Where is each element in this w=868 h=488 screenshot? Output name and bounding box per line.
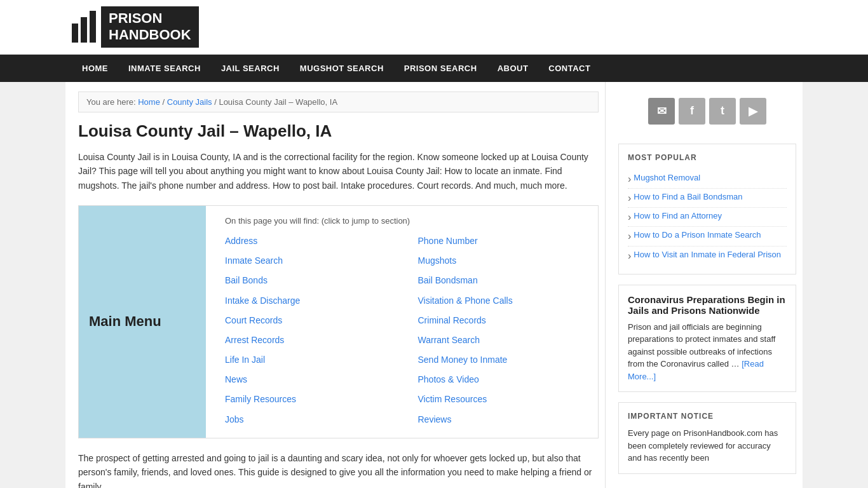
news-title: Coronavirus Preparations Begin in Jails … xyxy=(628,294,787,316)
nav-jail-search[interactable]: JAIL SEARCH xyxy=(211,55,290,82)
menu-link-jobs[interactable]: Jobs xyxy=(225,412,399,428)
popular-attorney[interactable]: How to Find an Attorney xyxy=(634,211,722,223)
important-notice-text: Every page on PrisonHandbook.com has bee… xyxy=(628,427,787,464)
menu-link-visitation[interactable]: Visitation & Phone Calls xyxy=(418,293,592,309)
popular-visit-federal-prison[interactable]: How to Visit an Inmate in Federal Prison xyxy=(634,250,781,262)
menu-link-court-records[interactable]: Court Records xyxy=(225,313,399,329)
most-popular-heading: MOST POPULAR xyxy=(628,153,787,162)
menu-link-address[interactable]: Address xyxy=(225,233,399,249)
intro-text: Louisa County Jail is in Louisa County, … xyxy=(78,150,599,193)
youtube-social-button[interactable]: ▶ xyxy=(740,98,766,125)
main-nav: HOME INMATE SEARCH JAIL SEARCH MUGSHOT S… xyxy=(0,55,868,82)
important-notice-heading: IMPORTANT NOTICE xyxy=(628,412,787,421)
menu-links: On this page you will find: (click to ju… xyxy=(219,206,598,438)
menu-title-box: Main Menu xyxy=(79,206,206,438)
menu-grid: Address Phone Number Inmate Search Mugsh… xyxy=(225,233,592,428)
menu-link-phone[interactable]: Phone Number xyxy=(418,233,592,249)
email-social-button[interactable]: ✉ xyxy=(648,98,675,125)
popular-mugshot-removal[interactable]: Mugshot Removal xyxy=(634,173,700,185)
most-popular-list: Mugshot Removal How to Find a Bail Bonds… xyxy=(628,170,787,265)
nav-inmate-search[interactable]: INMATE SEARCH xyxy=(118,55,211,82)
jump-text: On this page you will find: (click to ju… xyxy=(225,216,592,226)
menu-link-bail-bondsman[interactable]: Bail Bondsman xyxy=(418,273,592,288)
facebook-social-button[interactable]: f xyxy=(679,98,705,125)
menu-link-news[interactable]: News xyxy=(225,372,399,388)
site-logo[interactable]: PRISON HANDBOOK xyxy=(72,6,199,48)
menu-link-arrest-records[interactable]: Arrest Records xyxy=(225,332,399,348)
logo-text: PRISON HANDBOOK xyxy=(101,6,199,48)
breadcrumb: You are here: Home / County Jails / Loui… xyxy=(78,92,599,112)
list-item: How to Find a Bail Bondsman xyxy=(628,189,787,208)
breadcrumb-county-jails[interactable]: County Jails xyxy=(167,97,212,107)
nav-prison-search[interactable]: PRISON SEARCH xyxy=(394,55,487,82)
menu-link-family-resources[interactable]: Family Resources xyxy=(225,391,399,407)
nav-contact[interactable]: CONTACT xyxy=(538,55,600,82)
menu-title: Main Menu xyxy=(89,313,161,330)
menu-link-inmate-search[interactable]: Inmate Search xyxy=(225,253,399,269)
breadcrumb-home[interactable]: Home xyxy=(138,97,160,107)
menu-link-victim-resources[interactable]: Victim Resources xyxy=(418,391,592,407)
nav-home[interactable]: HOME xyxy=(72,55,118,82)
menu-link-bail-bonds[interactable]: Bail Bonds xyxy=(225,273,399,288)
list-item: How to Find an Attorney xyxy=(628,208,787,227)
logo-icon xyxy=(72,11,96,43)
main-menu-section: Main Menu On this page you will find: (c… xyxy=(78,205,599,438)
menu-link-reviews[interactable]: Reviews xyxy=(418,412,592,428)
popular-prison-inmate-search[interactable]: How to Do a Prison Inmate Search xyxy=(634,230,761,242)
menu-link-mugshots[interactable]: Mugshots xyxy=(418,253,592,269)
nav-mugshot-search[interactable]: MUGSHOT SEARCH xyxy=(290,55,394,82)
most-popular-section: MOST POPULAR Mugshot Removal How to Find… xyxy=(618,144,796,274)
news-text: Prison and jail officials are beginning … xyxy=(628,321,787,383)
breadcrumb-current: Louisa County Jail – Wapello, IA xyxy=(219,97,337,107)
important-notice-section: IMPORTANT NOTICE Every page on PrisonHan… xyxy=(618,402,796,474)
nav-about[interactable]: ABOUT xyxy=(487,55,539,82)
list-item: How to Do a Prison Inmate Search xyxy=(628,227,787,246)
footer-intro-text: The prospect of getting arrested and goi… xyxy=(78,451,599,488)
list-item: Mugshot Removal xyxy=(628,170,787,189)
menu-link-intake[interactable]: Intake & Discharge xyxy=(225,293,399,309)
menu-link-send-money[interactable]: Send Money to Inmate xyxy=(418,352,592,368)
news-box: Coronavirus Preparations Begin in Jails … xyxy=(618,285,796,393)
social-icons: ✉ f t ▶ xyxy=(618,92,796,131)
page-title: Louisa County Jail – Wapello, IA xyxy=(78,121,599,141)
list-item: How to Visit an Inmate in Federal Prison xyxy=(628,247,787,265)
menu-link-criminal-records[interactable]: Criminal Records xyxy=(418,313,592,329)
menu-link-life-in-jail[interactable]: Life In Jail xyxy=(225,352,399,368)
twitter-social-button[interactable]: t xyxy=(709,98,736,125)
menu-link-warrant-search[interactable]: Warrant Search xyxy=(418,332,592,348)
sidebar: ✉ f t ▶ MOST POPULAR Mugshot Removal How… xyxy=(618,82,796,488)
menu-link-photos-video[interactable]: Photos & Video xyxy=(418,372,592,388)
popular-bail-bondsman[interactable]: How to Find a Bail Bondsman xyxy=(634,192,742,204)
